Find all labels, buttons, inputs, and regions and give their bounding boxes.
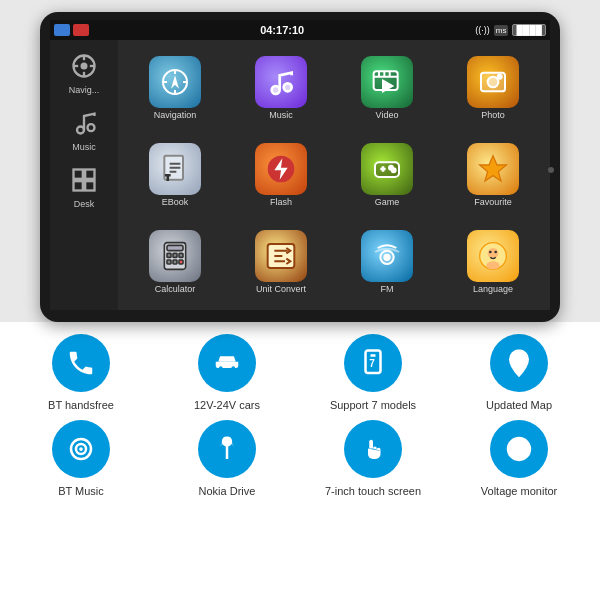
svg-point-66 xyxy=(79,447,83,451)
svg-point-55 xyxy=(486,262,499,270)
feature-bt-music: BT Music xyxy=(10,420,152,498)
car-voltage-label: 12V-24V cars xyxy=(194,398,260,412)
app-video[interactable]: Video xyxy=(334,44,440,131)
game-icon xyxy=(361,143,413,195)
navigation-icon xyxy=(149,56,201,108)
svg-rect-48 xyxy=(173,260,177,264)
device: 04:17:10 ((·)) ms ████ xyxy=(40,12,560,322)
svg-point-59 xyxy=(231,366,235,370)
svg-marker-41 xyxy=(480,156,507,181)
sidebar-item-navi[interactable]: Navig... xyxy=(54,44,114,99)
bt-handsfree-label: BT handsfree xyxy=(48,398,114,412)
app-music[interactable]: Music xyxy=(228,44,334,131)
feature-touch-screen: 7-inch touch screen xyxy=(302,420,444,498)
ebook-icon: T xyxy=(149,143,201,195)
calculator-icon xyxy=(149,230,201,282)
svg-rect-10 xyxy=(74,181,83,190)
signal-icon: ((·)) xyxy=(475,25,490,35)
svg-rect-9 xyxy=(85,170,94,179)
svg-point-57 xyxy=(494,251,497,254)
photo-label: Photo xyxy=(481,110,505,120)
device-screen: Navig... Music xyxy=(50,40,550,310)
voltage-monitor-circle xyxy=(490,420,548,478)
nokia-drive-circle xyxy=(198,420,256,478)
fm-label: FM xyxy=(381,284,394,294)
nokia-drive-label: Nokia Drive xyxy=(199,484,256,498)
unit-convert-label: Unit Convert xyxy=(256,284,306,294)
car-voltage-circle xyxy=(198,334,256,392)
app-game[interactable]: Game xyxy=(334,131,440,218)
svg-rect-46 xyxy=(179,254,183,258)
svg-point-5 xyxy=(82,64,87,69)
feature-support-models: 7 Support 7 models xyxy=(302,334,444,412)
flash-icon xyxy=(255,143,307,195)
svg-rect-45 xyxy=(173,254,177,258)
app-unit-convert[interactable]: Unit Convert xyxy=(228,219,334,306)
game-label: Game xyxy=(375,197,400,207)
music-label: Music xyxy=(269,110,293,120)
fm-icon xyxy=(361,230,413,282)
svg-point-27 xyxy=(488,76,499,87)
svg-text:T: T xyxy=(166,174,170,181)
sidebar-music-label: Music xyxy=(72,142,96,152)
feature-car-voltage: 12V-24V cars xyxy=(156,334,298,412)
svg-point-63 xyxy=(516,356,522,362)
music-sidebar-icon xyxy=(66,105,102,141)
support-models-label: Support 7 models xyxy=(330,398,416,412)
language-icon xyxy=(467,230,519,282)
language-label: Language xyxy=(473,284,513,294)
svg-marker-17 xyxy=(171,75,179,88)
touch-screen-circle xyxy=(344,420,402,478)
navi-icon xyxy=(66,48,102,84)
sidebar-item-music[interactable]: Music xyxy=(54,101,114,156)
svg-rect-49 xyxy=(179,260,183,264)
sidebar-desk-label: Desk xyxy=(74,199,95,209)
updated-map-circle xyxy=(490,334,548,392)
app-flash[interactable]: Flash xyxy=(228,131,334,218)
app-photo[interactable]: Photo xyxy=(440,44,546,131)
app-favourite[interactable]: Favourite xyxy=(440,131,546,218)
status-right: ((·)) ms ████ xyxy=(475,24,546,36)
app-calculator[interactable]: Calculator xyxy=(122,219,228,306)
app-language[interactable]: Language xyxy=(440,219,546,306)
app-fm[interactable]: FM xyxy=(334,219,440,306)
favourite-label: Favourite xyxy=(474,197,512,207)
feature-updated-map: Updated Map xyxy=(448,334,590,412)
svg-rect-8 xyxy=(74,170,83,179)
svg-point-7 xyxy=(88,124,95,131)
video-label: Video xyxy=(376,110,399,120)
svg-point-28 xyxy=(498,74,502,78)
photo-icon xyxy=(467,56,519,108)
feature-voltage-monitor: Voltage monitor xyxy=(448,420,590,498)
svg-point-56 xyxy=(489,251,492,254)
updated-map-label: Updated Map xyxy=(486,398,552,412)
app-grid: Navigation Music xyxy=(118,40,550,310)
navigation-label: Navigation xyxy=(154,110,197,120)
flag-icon xyxy=(73,24,89,36)
status-time: 04:17:10 xyxy=(260,24,304,36)
features-section: BT handsfree 12V-24V cars xyxy=(0,322,600,600)
svg-point-54 xyxy=(488,248,499,259)
music-icon xyxy=(255,56,307,108)
sidebar-item-desk[interactable]: Desk xyxy=(54,158,114,213)
features-grid: BT handsfree 12V-24V cars xyxy=(10,334,590,499)
svg-rect-11 xyxy=(85,181,94,190)
app-navigation[interactable]: Navigation xyxy=(122,44,228,131)
bt-music-label: BT Music xyxy=(58,484,104,498)
svg-point-58 xyxy=(219,366,223,370)
support-models-circle: 7 xyxy=(344,334,402,392)
voltage-monitor-label: Voltage monitor xyxy=(481,484,557,498)
svg-point-19 xyxy=(284,83,292,91)
bt-handsfree-circle xyxy=(52,334,110,392)
app-container: 04:17:10 ((·)) ms ████ xyxy=(0,0,600,600)
app-ebook[interactable]: T EBook xyxy=(122,131,228,218)
bt-music-circle xyxy=(52,420,110,478)
ebook-label: EBook xyxy=(162,197,189,207)
svg-rect-47 xyxy=(167,260,171,264)
video-icon xyxy=(361,56,413,108)
storage-icon: ms xyxy=(494,25,509,36)
battery-icon: ████ xyxy=(512,24,546,36)
svg-point-52 xyxy=(384,255,389,260)
svg-rect-44 xyxy=(167,254,171,258)
touch-screen-label: 7-inch touch screen xyxy=(325,484,421,498)
